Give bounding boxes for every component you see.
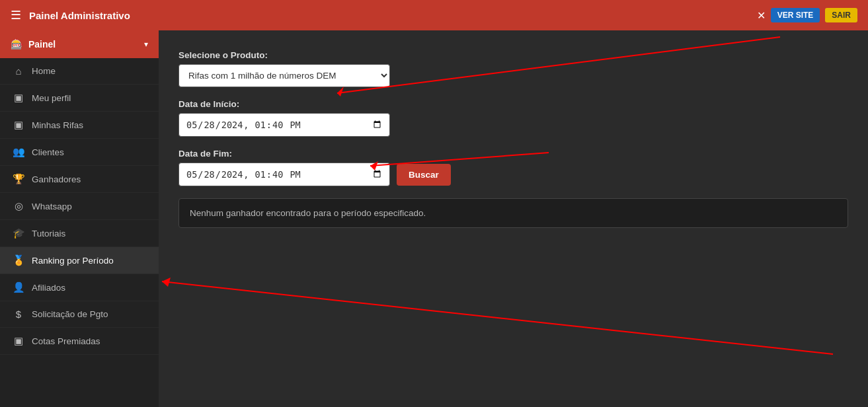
header: ☰ Painel Administrativo ✕ VER SITE SAIR	[0, 0, 868, 30]
data-inicio-input[interactable]	[178, 113, 390, 137]
header-right: ✕ VER SITE SAIR	[757, 8, 857, 22]
buscar-button[interactable]: Buscar	[397, 164, 451, 186]
produto-select[interactable]: Rifas com 1 milhão de números DEM	[178, 64, 390, 87]
result-message: Nenhum ganhador encontrado para o períod…	[190, 208, 426, 218]
sidebar-item-whatsapp-label: Whatsapp	[32, 202, 72, 211]
svg-line-4	[162, 281, 833, 354]
sidebar-item-minhas-rifas-label: Minhas Rifas	[32, 120, 83, 130]
sidebar-item-tutoriais[interactable]: 🎓 Tutoriais	[0, 220, 159, 247]
home-icon: ⌂	[12, 65, 25, 77]
chevron-down-icon: ▾	[144, 40, 148, 49]
rifas-icon: ▣	[12, 119, 25, 131]
sidebar-painel-label: Painel	[28, 39, 56, 50]
sidebar-item-ganhadores[interactable]: 🏆 Ganhadores	[0, 166, 159, 193]
whatsapp-icon: ◎	[12, 200, 25, 212]
sidebar-item-minhas-rifas[interactable]: ▣ Minhas Rifas	[0, 112, 159, 139]
data-fim-input[interactable]	[178, 163, 390, 186]
afiliados-icon: 👤	[12, 281, 25, 293]
main-content: Selecione o Produto: Rifas com 1 milhão …	[159, 30, 868, 407]
sidebar-item-clientes-label: Clientes	[32, 147, 64, 157]
sair-button[interactable]: SAIR	[825, 8, 857, 22]
painel-icon: 🎰	[11, 38, 23, 50]
data-fim-group: Data de Fim: Buscar	[178, 149, 848, 186]
sidebar-item-solicitacao[interactable]: $ Solicitação de Pgto	[0, 301, 159, 328]
sidebar-item-ganhadores-label: Ganhadores	[32, 174, 81, 184]
sidebar-item-clientes[interactable]: 👥 Clientes	[0, 139, 159, 166]
data-fim-label: Data de Fim:	[178, 149, 848, 159]
clientes-icon: 👥	[12, 146, 25, 158]
sidebar-item-tutoriais-label: Tutoriais	[32, 229, 65, 239]
produto-label: Selecione o Produto:	[178, 50, 848, 60]
svg-marker-5	[162, 278, 171, 287]
sidebar-item-home[interactable]: ⌂ Home	[0, 58, 159, 85]
result-box: Nenhum ganhador encontrado para o períod…	[178, 198, 848, 228]
tutoriais-icon: 🎓	[12, 227, 25, 239]
sidebar: 🎰 Painel ▾ ⌂ Home ▣ Meu perfil ▣ Minhas …	[0, 30, 159, 407]
layout: 🎰 Painel ▾ ⌂ Home ▣ Meu perfil ▣ Minhas …	[0, 30, 868, 407]
profile-icon: ▣	[12, 92, 25, 104]
data-inicio-group: Data de Início:	[178, 99, 848, 137]
sidebar-item-solicitacao-label: Solicitação de Pgto	[32, 309, 108, 319]
sidebar-item-ranking[interactable]: 🏅 Ranking por Período	[0, 247, 159, 274]
sidebar-item-meu-perfil-label: Meu perfil	[32, 93, 71, 103]
ver-site-button[interactable]: VER SITE	[771, 8, 820, 22]
sidebar-item-afiliados-label: Afiliados	[32, 283, 65, 293]
solicitacao-icon: $	[12, 309, 25, 320]
app-title: Painel Administrativo	[29, 10, 130, 21]
ganhadores-icon: 🏆	[12, 173, 25, 185]
header-left: ☰ Painel Administrativo	[11, 8, 130, 22]
sidebar-item-home-label: Home	[32, 66, 56, 76]
data-inicio-label: Data de Início:	[178, 99, 848, 109]
sidebar-item-meu-perfil[interactable]: ▣ Meu perfil	[0, 85, 159, 112]
sidebar-painel-left: 🎰 Painel	[11, 38, 56, 50]
sidebar-painel[interactable]: 🎰 Painel ▾	[0, 30, 159, 58]
sidebar-item-whatsapp[interactable]: ◎ Whatsapp	[0, 193, 159, 220]
sidebar-item-cotas[interactable]: ▣ Cotas Premiadas	[0, 328, 159, 355]
cotas-icon: ▣	[12, 335, 25, 347]
ranking-icon: 🏅	[12, 254, 25, 266]
produto-group: Selecione o Produto: Rifas com 1 milhão …	[178, 50, 848, 87]
sidebar-item-afiliados[interactable]: 👤 Afiliados	[0, 274, 159, 301]
sidebar-item-ranking-label: Ranking por Período	[32, 256, 114, 266]
date-fim-row: Buscar	[178, 163, 848, 186]
close-icon[interactable]: ✕	[757, 9, 766, 22]
hamburger-icon[interactable]: ☰	[11, 8, 21, 22]
svg-marker-1	[337, 87, 344, 96]
sidebar-item-cotas-label: Cotas Premiadas	[32, 336, 100, 346]
